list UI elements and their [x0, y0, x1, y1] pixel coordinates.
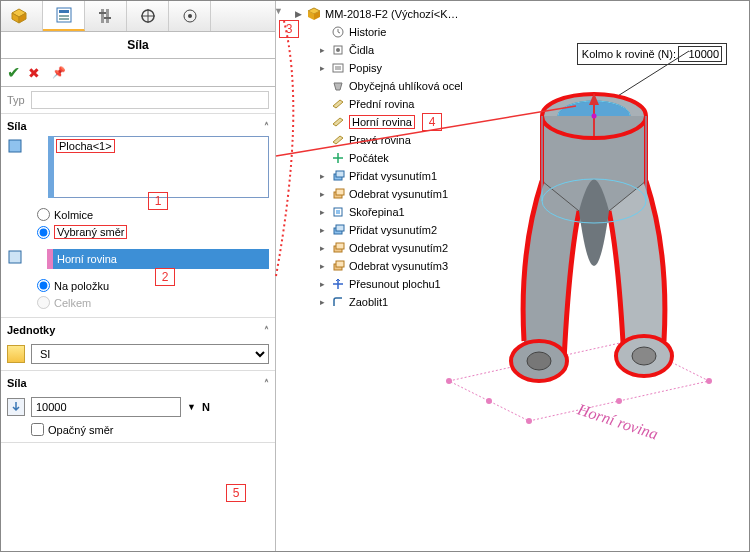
svg-rect-10: [104, 17, 111, 19]
chevron-up-icon: ˄: [264, 121, 269, 132]
extrude-icon: [331, 223, 345, 237]
direction-ref-icon: [7, 249, 23, 265]
annot-icon: [331, 61, 345, 75]
dropdown-icon[interactable]: ▼: [187, 402, 196, 412]
type-field[interactable]: [31, 91, 269, 109]
extrude-icon: [331, 169, 345, 183]
svg-rect-16: [9, 140, 21, 152]
callout-5: 5: [226, 484, 246, 502]
direction-selection-field[interactable]: Horní rovina: [53, 249, 269, 269]
type-label: Typ: [7, 94, 25, 106]
svg-rect-34: [336, 225, 344, 231]
section-force-target: Síla ˄ Plocha<1> Kolmice Vybraný směr Ho…: [1, 114, 275, 318]
tab-property-manager[interactable]: [43, 1, 85, 31]
model-view[interactable]: [429, 61, 729, 461]
tree-item-label: Počátek: [349, 152, 389, 164]
force-unit-label: N: [202, 401, 210, 413]
selected-face-item[interactable]: Plocha<1>: [56, 139, 115, 153]
reverse-direction-checkbox[interactable]: Opačný směr: [31, 423, 269, 436]
units-select[interactable]: SI: [31, 344, 269, 364]
radio-selected-direction[interactable]: Vybraný směr: [37, 223, 269, 241]
svg-point-23: [336, 48, 340, 52]
tree-item[interactable]: Historie: [290, 23, 550, 41]
part-icon: [307, 7, 321, 21]
tree-item-label: Skořepina1: [349, 206, 405, 218]
chevron-up-icon: ˄: [264, 378, 269, 389]
tree-item-label: Popisy: [349, 62, 382, 74]
callout-3: 3: [279, 20, 299, 38]
section-head-units[interactable]: Jednotky ˄: [7, 324, 269, 340]
chevron-up-icon: ˄: [264, 325, 269, 336]
plane-icon: [331, 115, 345, 129]
tree-item-label: Horní rovina: [349, 115, 415, 129]
move-icon: [331, 277, 345, 291]
force-value-input[interactable]: [31, 397, 181, 417]
type-row: Typ: [1, 87, 275, 114]
tree-item-label: Pravá rovina: [349, 134, 411, 146]
svg-rect-17: [9, 251, 21, 263]
section-head-force[interactable]: Síla ˄: [7, 377, 269, 393]
tree-item-label: Přidat vysunutím2: [349, 224, 437, 236]
section-head-sila[interactable]: Síla ˄: [7, 120, 269, 136]
svg-rect-4: [59, 10, 69, 13]
section-units: Jednotky ˄ SI: [1, 318, 275, 371]
tree-item-label: Přidat vysunutím1: [349, 170, 437, 182]
svg-rect-32: [336, 210, 340, 214]
tree-root[interactable]: ▶ MM-2018-F2 (Výchozí<K…: [290, 5, 550, 23]
fillet-icon: [331, 295, 345, 309]
property-panel: Síla ✔ ✖ 📌 Typ Síla ˄ Plocha<1>: [1, 1, 276, 551]
tab-dimxpert[interactable]: [127, 1, 169, 31]
callout-2: 2: [155, 268, 175, 286]
svg-point-54: [527, 352, 551, 370]
graphics-area[interactable]: ▼ ▶ MM-2018-F2 (Výchozí<K… Historie▸Čidl…: [276, 1, 749, 551]
svg-rect-36: [336, 243, 344, 249]
ok-button[interactable]: ✔: [7, 63, 20, 82]
material-icon: [331, 79, 345, 93]
origin-icon: [331, 151, 345, 165]
ruler-icon: [7, 345, 25, 363]
svg-point-56: [632, 347, 656, 365]
tab-display[interactable]: [169, 1, 211, 31]
cut-icon: [331, 187, 345, 201]
shell-icon: [331, 205, 345, 219]
tree-item-label: Zaoblit1: [349, 296, 388, 308]
svg-point-43: [526, 418, 532, 424]
svg-point-47: [616, 398, 622, 404]
tree-item-label: Přesunout plochu1: [349, 278, 441, 290]
svg-point-42: [706, 378, 712, 384]
svg-point-15: [188, 14, 192, 18]
svg-rect-6: [59, 18, 69, 20]
svg-rect-30: [336, 189, 344, 195]
svg-point-61: [592, 114, 597, 119]
tree-root-label: MM-2018-F2 (Výchozí<K…: [325, 8, 459, 20]
history-icon: [331, 25, 345, 39]
plane-icon: [331, 133, 345, 147]
tree-item-label: Čidla: [349, 44, 374, 56]
tree-item-label: Historie: [349, 26, 386, 38]
svg-rect-24: [333, 64, 343, 72]
tab-config[interactable]: [85, 1, 127, 31]
cancel-button[interactable]: ✖: [28, 65, 40, 81]
svg-rect-9: [99, 12, 106, 14]
tooltip-label: Kolmo k rovině (N):: [582, 48, 676, 60]
tree-item-label: Přední rovina: [349, 98, 414, 110]
pin-button[interactable]: 📌: [52, 66, 66, 79]
tab-features[interactable]: [1, 1, 43, 31]
cut-icon: [331, 241, 345, 255]
panel-title: Síla: [1, 32, 275, 59]
radio-total[interactable]: Celkem: [37, 294, 269, 311]
ok-cancel-bar: ✔ ✖ 📌: [1, 59, 275, 87]
svg-rect-28: [336, 171, 344, 177]
sensor-icon: [331, 43, 345, 57]
tree-item[interactable]: ▸Čidla: [290, 41, 550, 59]
force-normal-icon[interactable]: [7, 398, 25, 416]
svg-rect-5: [59, 15, 69, 17]
radio-per-item[interactable]: Na položku: [37, 277, 269, 294]
flyout-dropdown-icon[interactable]: ▼: [274, 6, 283, 16]
svg-point-40: [446, 378, 452, 384]
face-selection-list[interactable]: Plocha<1>: [53, 136, 269, 198]
callout-1: 1: [148, 192, 168, 210]
cut-icon: [331, 259, 345, 273]
svg-rect-8: [106, 9, 109, 23]
plane-icon: [331, 97, 345, 111]
